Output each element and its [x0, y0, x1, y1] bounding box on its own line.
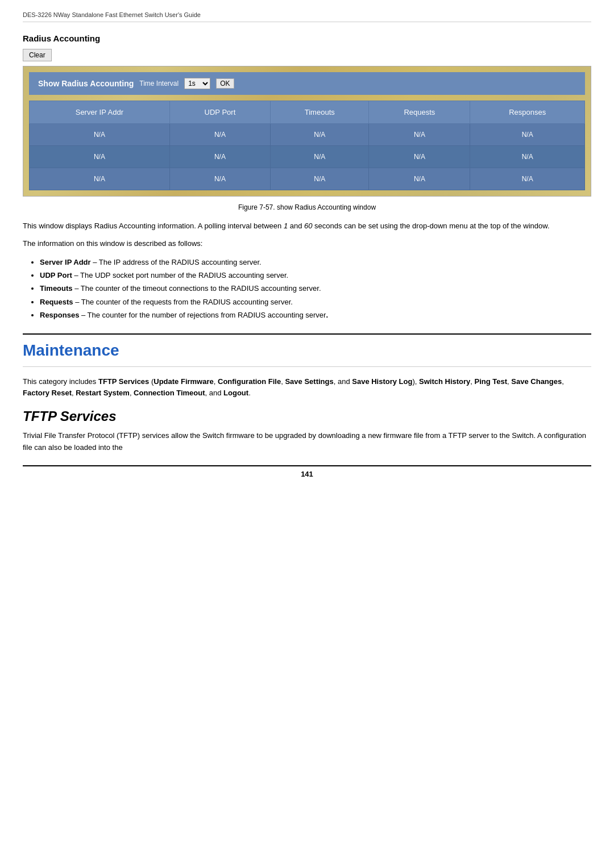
ok-button[interactable]: OK	[216, 78, 234, 89]
table-cell: N/A	[369, 146, 470, 168]
list-item: Requests – The counter of the requests f…	[40, 295, 591, 308]
show-radius-panel: Show Radius Accounting Time Interval 1s …	[29, 72, 585, 95]
table-cell: N/A	[30, 146, 170, 168]
clear-button[interactable]: Clear	[23, 49, 52, 61]
table-cell: N/A	[169, 146, 270, 168]
tftp-title: TFTP Services	[23, 408, 591, 424]
figure-caption: Figure 7-57. show Radius Accounting wind…	[23, 203, 591, 211]
list-item: Timeouts – The counter of the timeout co…	[40, 282, 591, 295]
table-cell: N/A	[30, 168, 170, 190]
table-header-row: Server IP Addr UDP Port Timeouts Request…	[30, 101, 585, 124]
section-title: Radius Accounting	[23, 34, 591, 43]
maintenance-title: Maintenance	[23, 339, 591, 362]
table-cell: N/A	[271, 168, 369, 190]
table-cell: N/A	[169, 168, 270, 190]
col-timeouts: Timeouts	[271, 101, 369, 124]
time-interval-select[interactable]: 1s 5s 10s 30s 60s	[184, 78, 210, 89]
table-row: N/AN/AN/AN/AN/A	[30, 168, 585, 190]
page-number: 141	[301, 470, 313, 478]
col-requests: Requests	[369, 101, 470, 124]
table-cell: N/A	[271, 146, 369, 168]
tftp-body: Trivial File Transfer Protocol (TFTP) se…	[23, 430, 591, 454]
maintenance-body: This category includes TFTP Services (Up…	[23, 376, 591, 400]
table-row: N/AN/AN/AN/AN/A	[30, 146, 585, 168]
list-item: Responses – The counter for the number o…	[40, 308, 591, 322]
col-udp-port: UDP Port	[169, 101, 270, 124]
radius-table: Server IP Addr UDP Port Timeouts Request…	[29, 101, 585, 190]
table-cell: N/A	[169, 124, 270, 146]
table-cell: N/A	[470, 168, 585, 190]
time-interval-label: Time Interval	[139, 80, 179, 87]
description-2: The information on this window is descri…	[23, 238, 591, 250]
widget-container: Show Radius Accounting Time Interval 1s …	[23, 66, 591, 197]
table-row: N/AN/AN/AN/AN/A	[30, 124, 585, 146]
description-1: This window displays Radius Accounting i…	[23, 220, 591, 232]
page-footer: 141	[23, 465, 591, 478]
show-radius-header: Show Radius Accounting Time Interval 1s …	[38, 78, 576, 89]
show-radius-title: Show Radius Accounting	[38, 79, 134, 88]
table-cell: N/A	[470, 146, 585, 168]
maintenance-section: Maintenance	[23, 333, 591, 367]
list-item: UDP Port – The UDP socket port number of…	[40, 269, 591, 282]
table-cell: N/A	[470, 124, 585, 146]
col-responses: Responses	[470, 101, 585, 124]
table-cell: N/A	[271, 124, 369, 146]
table-cell: N/A	[369, 124, 470, 146]
header-title: DES-3226 NWay Standalone Fast Ethernet S…	[23, 11, 201, 18]
col-server-ip: Server IP Addr	[30, 101, 170, 124]
list-item: Server IP Addr – The IP address of the R…	[40, 256, 591, 269]
table-cell: N/A	[369, 168, 470, 190]
bullet-list: Server IP Addr – The IP address of the R…	[23, 256, 591, 322]
header-bar: DES-3226 NWay Standalone Fast Ethernet S…	[23, 11, 591, 22]
table-cell: N/A	[30, 124, 170, 146]
